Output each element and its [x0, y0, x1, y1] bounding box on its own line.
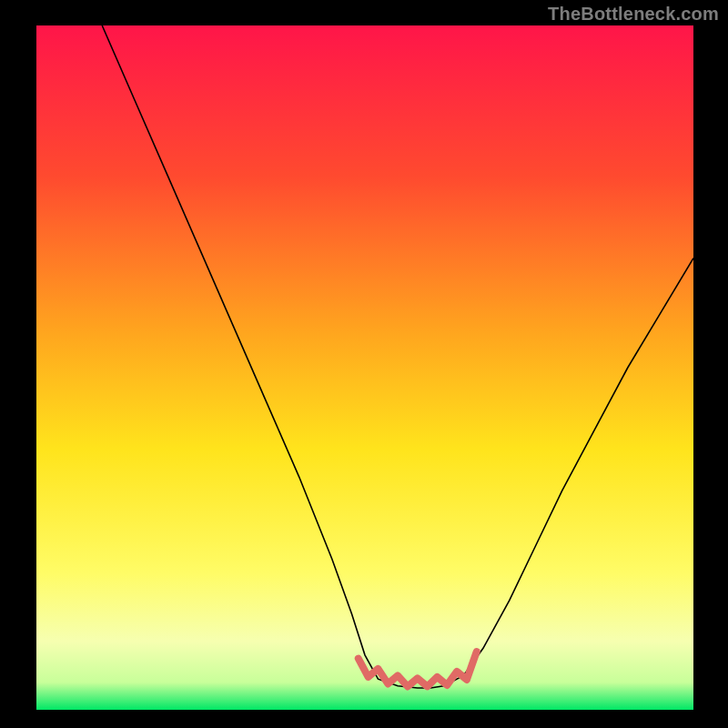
plot-viewport: [36, 25, 693, 710]
gradient-background: [36, 25, 693, 710]
bottleneck-chart: [36, 25, 693, 710]
watermark-text: TheBottleneck.com: [548, 4, 719, 25]
chart-frame: TheBottleneck.com: [0, 0, 728, 728]
